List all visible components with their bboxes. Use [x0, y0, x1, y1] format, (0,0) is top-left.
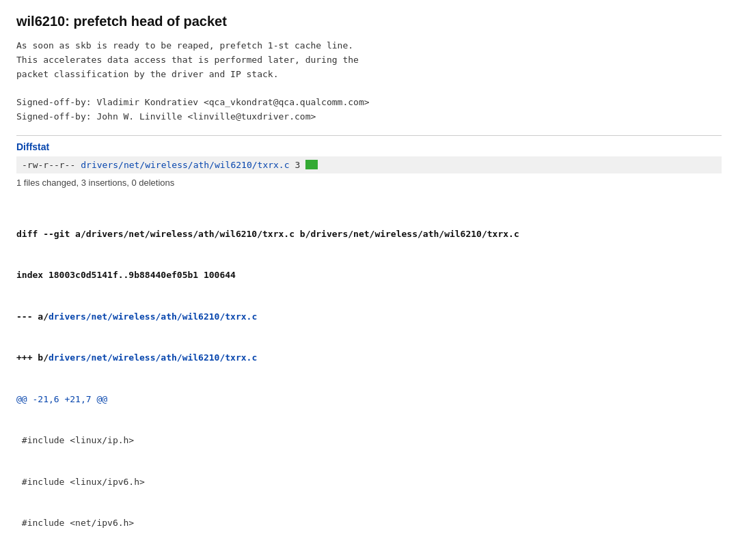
diffstat-header[interactable]: Diffstat: [16, 141, 722, 152]
diff-plus-file-link[interactable]: drivers/net/wireless/ath/wil6210/txrx.c: [49, 352, 257, 363]
divider: [16, 135, 722, 136]
diff-minus-file-link[interactable]: drivers/net/wireless/ath/wil6210/txrx.c: [49, 311, 257, 322]
diffstat-perms: -rw-r--r--: [22, 160, 75, 170]
diffstat-filename[interactable]: drivers/net/wireless/ath/wil6210/txrx.c: [81, 160, 289, 170]
diff-plus-file: +++ b/drivers/net/wireless/ath/wil6210/t…: [16, 351, 722, 365]
diff-context-line-1: #include <linux/ip.h>: [16, 434, 722, 447]
diff-header-line-1: diff --git a/drivers/net/wireless/ath/wi…: [16, 227, 722, 241]
page-title: wil6210: prefetch head of packet: [16, 14, 722, 29]
diff-index-line: index 18003c0d5141f..9b88440ef05b1 10064…: [16, 268, 722, 282]
diffstat-green-bar-icon: [305, 160, 318, 169]
diff-minus-file: --- a/drivers/net/wireless/ath/wil6210/t…: [16, 310, 722, 324]
diff-minus-prefix: --- a/: [16, 311, 49, 322]
diff-block: diff --git a/drivers/net/wireless/ath/wi…: [16, 200, 722, 560]
commit-message: As soon as skb is ready to be reaped, pr…: [16, 39, 722, 124]
diff-context-line-3: #include <net/ipv6.h>: [16, 516, 722, 530]
diff-plus-prefix: +++ b/: [16, 352, 49, 363]
diffstat-count: 3: [295, 160, 301, 170]
files-changed-summary: 1 files changed, 3 insertions, 0 deletio…: [16, 178, 722, 188]
diff-hunk-1: @@ -21,6 +21,7 @@: [16, 393, 722, 406]
diff-added-line-1: +#include <asm/processor.h>: [16, 557, 722, 560]
diff-context-line-2: #include <linux/ipv6.h>: [16, 475, 722, 489]
diffstat-row: -rw-r--r-- drivers/net/wireless/ath/wil6…: [16, 156, 722, 173]
